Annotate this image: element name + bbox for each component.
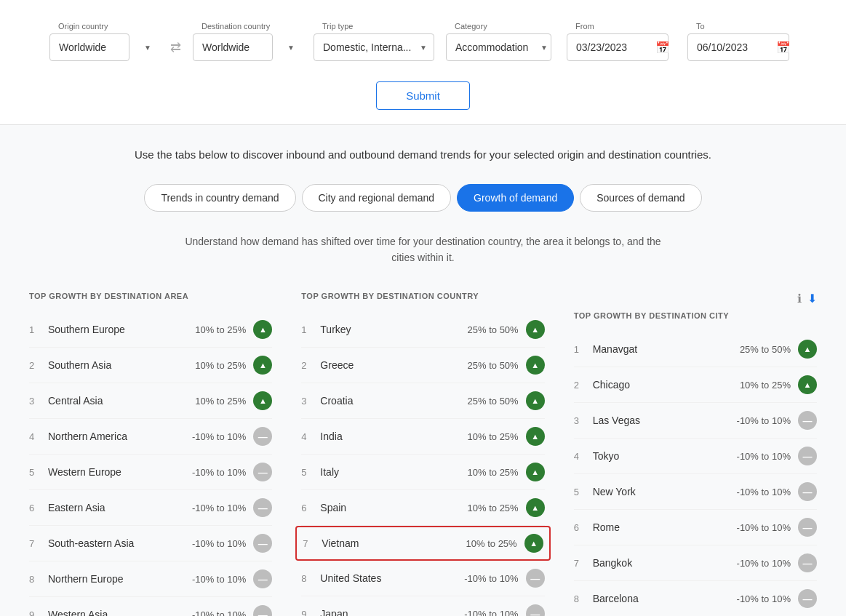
tab-growth[interactable]: Growth of demand [457,184,574,212]
neutral-icon [253,498,272,517]
row-number: 3 [301,396,314,407]
trip-type-group: Trip type Domestic, Interna... [314,22,434,61]
row-name: Rome [593,521,737,533]
row-number: 5 [574,487,587,497]
neutral-icon [253,605,272,616]
row-range: 25% to 50% [740,344,791,355]
row-number: 4 [301,431,314,442]
trip-type-select[interactable]: Domestic, Interna... [314,33,434,61]
origin-country-select[interactable]: Worldwide [49,33,129,61]
trip-type-select-wrapper: Domestic, Interna... [314,33,434,61]
row-number: 8 [301,573,314,584]
neutral-icon [798,518,817,537]
up-arrow-icon [526,320,545,339]
row-range: -10% to 10% [192,609,246,616]
country-table-block: TOP GROWTH BY DESTINATION COUNTRY 1 Turk… [301,292,544,616]
row-name: Northern America [48,431,192,442]
row-name: Croatia [320,395,467,407]
table-row: 5 Western Europe -10% to 10% [29,455,272,490]
tab-sources[interactable]: Sources of demand [580,184,701,212]
row-number: 3 [574,415,587,426]
up-arrow-icon [526,391,545,410]
row-range: -10% to 10% [737,451,791,462]
destination-country-label: Destination country [193,22,302,31]
row-number: 6 [301,503,314,513]
category-select[interactable]: Accommodation [446,33,551,61]
row-range: 25% to 50% [468,360,519,371]
row-range: 10% to 25% [195,396,246,407]
swap-icon: ⇄ [170,39,181,55]
to-date-group: To 📅 [687,22,797,61]
row-name: Barcelona [593,593,737,604]
tab-city[interactable]: City and regional demand [302,184,452,212]
row-number: 7 [574,558,587,569]
tab-trends[interactable]: Trends in country demand [144,184,295,212]
row-name: Las Vegas [593,415,737,426]
from-date-wrapper: 📅 [567,33,676,61]
table-row: 7 South-eastern Asia -10% to 10% [29,526,272,561]
row-number: 6 [574,522,587,533]
table-row: 5 Italy 10% to 25% [301,455,544,490]
to-date-input[interactable] [687,33,789,61]
row-number: 4 [29,431,42,442]
row-range: -10% to 10% [192,503,246,513]
neutral-icon [253,427,272,446]
neutral-icon [253,463,272,481]
up-arrow-icon [798,340,817,359]
submit-button[interactable]: Submit [376,81,470,110]
from-label: From [567,22,676,31]
area-table-block: TOP GROWTH BY DESTINATION AREA 1 Souther… [29,292,272,616]
row-range: -10% to 10% [737,522,791,533]
row-number: 2 [29,360,42,371]
row-name: India [320,431,467,442]
up-arrow-icon [526,463,545,481]
row-name: Manavgat [593,343,740,355]
destination-country-select[interactable]: Worldwide [193,33,273,61]
row-name: Greece [320,359,467,371]
up-arrow-icon [524,534,543,553]
neutral-icon [798,411,817,430]
category-group: Category Accommodation [446,22,555,61]
row-number: 8 [574,593,587,604]
row-range: -10% to 10% [737,558,791,569]
neutral-icon [798,482,817,501]
row-range: 10% to 25% [468,467,519,478]
table-row: 5 New York -10% to 10% [574,474,817,510]
row-name: Eastern Asia [48,502,192,513]
up-arrow-icon [253,391,272,410]
origin-select-wrapper: Worldwide [49,33,159,61]
city-rows-container: 1 Manavgat 25% to 50% 2 Chicago 10% to 2… [574,332,817,616]
row-name: Southern Asia [48,359,195,371]
from-date-input[interactable] [567,33,669,61]
up-arrow-icon [798,375,817,394]
row-number: 1 [301,324,314,335]
origin-country-group: Origin country Worldwide [49,22,159,61]
row-name: Central Asia [48,395,195,407]
filters-section: Origin country Worldwide ⇄ Destination c… [0,0,846,125]
row-name: Italy [320,466,467,478]
country-rows-container: 1 Turkey 25% to 50% 2 Greece 25% to 50% … [301,312,544,616]
row-number: 5 [29,467,42,478]
table-row: 4 Northern America -10% to 10% [29,419,272,455]
row-number: 1 [574,344,587,355]
info-icon[interactable]: ℹ [797,292,802,305]
neutral-icon [253,569,272,588]
row-number: 3 [29,396,42,407]
row-name: Turkey [320,324,467,335]
row-number: 2 [301,360,314,371]
row-number: 7 [303,538,316,549]
category-label: Category [446,22,555,31]
row-range: -10% to 10% [192,538,246,549]
row-range: -10% to 10% [192,431,246,442]
table-row: 8 United States -10% to 10% [301,561,544,596]
download-icon[interactable]: ⬇ [807,292,817,305]
description-text: Understand how demand has shifted over t… [29,233,817,266]
row-name: United States [320,572,464,584]
row-name: Japan [320,608,464,616]
row-range: 25% to 50% [468,396,519,407]
area-rows-container: 1 Southern Europe 10% to 25% 2 Southern … [29,312,272,616]
row-range: -10% to 10% [192,467,246,478]
up-arrow-icon [253,356,272,375]
row-number: 1 [29,324,42,335]
row-name: Northern Europe [48,573,192,585]
